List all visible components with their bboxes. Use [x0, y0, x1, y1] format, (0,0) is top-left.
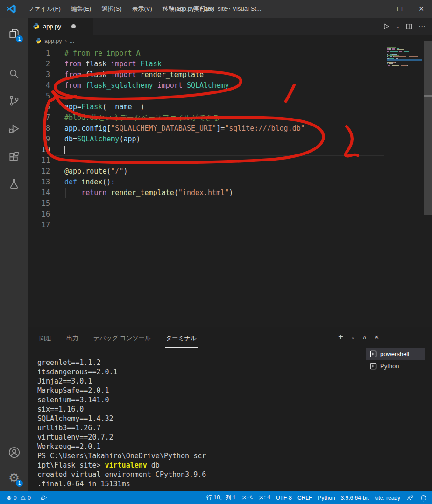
minimap[interactable] [387, 47, 422, 70]
settings-badge: 1 [15, 479, 23, 487]
terminal-line: SQLAlchemy==1.4.32 [37, 414, 206, 423]
breadcrumb-file[interactable]: app.py [44, 38, 62, 44]
python-file-icon [33, 23, 40, 30]
terminal-line: Werkzeug==2.0.1 [37, 442, 206, 451]
code-line-15 [64, 198, 305, 209]
terminal-line: PS C:\Users\Takahiro\OneDrive\Python scr [37, 451, 206, 461]
minimize-button[interactable]: ─ [368, 0, 389, 18]
terminal-line: created virtual environment CPython3.9.6 [37, 470, 206, 479]
code-line-2: from flask import Flask [64, 59, 305, 70]
menu-selection[interactable]: 選択(S) [96, 2, 127, 15]
menu-file[interactable]: ファイル(F) [23, 2, 66, 15]
line-number: 7 [28, 112, 50, 123]
activity-bar: 1 ⚙ [0, 18, 28, 491]
warning-count: 0 [28, 495, 31, 501]
status-bar: ⊗ 0 ⚠ 0 行 10、列 1 スペース: 4 UTF-8 CRLF Pyth… [0, 491, 432, 504]
maximize-panel-button[interactable]: ∧ [361, 333, 368, 341]
testing-icon[interactable] [0, 172, 28, 196]
terminal-output[interactable]: greenlet==1.1.2itsdangerous==2.0.1Jinja2… [37, 358, 206, 489]
more-actions-button[interactable]: ⋯ [417, 21, 427, 33]
panel-tab-debug-console[interactable]: デバッグ コンソール [92, 329, 152, 347]
error-count: 0 [14, 495, 17, 501]
tab-dirty-indicator[interactable] [71, 24, 76, 28]
code-line-1: # from re import A [64, 48, 305, 59]
run-dropdown-chevron-icon[interactable]: ⌄ [394, 21, 401, 33]
account-icon[interactable] [0, 440, 28, 464]
tab-app-py[interactable]: app.py [28, 18, 93, 35]
code-line-11 [64, 155, 305, 166]
code-line-6: app=Flask(__name__) [64, 102, 305, 112]
eol-status[interactable]: CRLF [295, 491, 315, 504]
line-number: 2 [28, 59, 50, 70]
run-debug-icon[interactable] [0, 117, 28, 141]
close-panel-button[interactable]: ✕ [373, 333, 381, 342]
breadcrumb-more[interactable]: ... [70, 38, 74, 44]
panel-tab-terminal[interactable]: ターミナル [165, 329, 198, 348]
explorer-badge: 1 [15, 35, 23, 43]
error-icon: ⊗ [7, 495, 12, 501]
terminal-line: selenium==3.141.0 [37, 395, 206, 405]
line-number: 6 [28, 102, 50, 112]
line-number: 4 [28, 80, 50, 91]
editor-scrollbar[interactable] [424, 41, 432, 215]
split-editor-button[interactable] [404, 21, 414, 33]
line-number: 13 [28, 177, 50, 188]
terminal-line: urllib3==1.26.7 [37, 423, 206, 433]
new-terminal-button[interactable]: + [337, 331, 345, 343]
kite-status[interactable]: kite: ready [372, 491, 403, 504]
terminal-dropdown-icon[interactable]: ⌄ [349, 333, 356, 341]
problems-status[interactable]: ⊗ 0 ⚠ 0 [4, 491, 34, 504]
scrollbar-cursor-marker [424, 95, 432, 97]
line-number: 16 [28, 209, 50, 220]
language-mode-status[interactable]: Python [315, 491, 338, 504]
notifications-bell-icon[interactable] [417, 491, 430, 504]
indent-guide [65, 188, 66, 198]
code-line-14: return render_template("index.html") [64, 188, 305, 198]
code-editor[interactable]: 1234567891011121314151617 # from re impo… [28, 47, 432, 327]
terminal-line: MarkupSafe==2.0.1 [37, 386, 206, 395]
search-icon[interactable] [0, 62, 28, 86]
tab-label: app.py [43, 23, 61, 30]
terminal-instance-python[interactable]: Python [366, 360, 425, 372]
menu-view[interactable]: 表示(V) [127, 2, 157, 15]
terminal-instance-list: powershellPython [366, 348, 425, 372]
extensions-icon[interactable] [0, 145, 28, 169]
code-line-13: def index(): [64, 177, 305, 188]
title-bar: ファイル(F) 編集(E) 選択(S) 表示(V) 移動(G) 実行(R) ⋯ … [0, 0, 432, 18]
line-number: 14 [28, 188, 50, 198]
line-number: 17 [28, 220, 50, 231]
warning-icon: ⚠ [21, 495, 26, 501]
explorer-icon[interactable]: 1 [0, 21, 28, 46]
menu-edit[interactable]: 編集(E) [66, 2, 96, 15]
source-control-icon[interactable] [0, 89, 28, 113]
panel-tab-problems[interactable]: 問題 [38, 329, 52, 347]
code-line-3: from flask import render_template [64, 70, 305, 80]
terminal-line: .final.0-64 in 15131ms [37, 479, 206, 489]
encoding-status[interactable]: UTF-8 [273, 491, 295, 504]
panel-tab-output[interactable]: 出力 [65, 329, 79, 347]
maximize-button[interactable]: ☐ [389, 0, 411, 18]
minimap-line [387, 69, 422, 70]
cursor-position-status[interactable]: 行 10、列 1 [204, 491, 239, 504]
chevron-right-icon: › [65, 37, 67, 44]
code-line-10 [64, 145, 305, 155]
terminal-line: Jinja2==3.0.1 [37, 377, 206, 386]
line-number: 3 [28, 70, 50, 80]
code-line-12: @app.route("/") [64, 166, 305, 177]
terminal-icon [370, 350, 377, 357]
terminal-icon [370, 363, 377, 370]
terminal-line: ipt\Flask_site> virtualenv db [37, 461, 206, 470]
code-line-9: db=SQLAlchemy(app) [64, 134, 305, 145]
feedback-icon[interactable] [403, 491, 417, 504]
code-line-8: app.config["SQLALCHEMY_DATABASE_URI"]="s… [64, 123, 305, 134]
close-button[interactable]: ✕ [411, 0, 432, 18]
terminal-instance-powershell[interactable]: powershell [366, 348, 425, 360]
breadcrumb: app.py › ... [28, 35, 432, 47]
run-python-file-button[interactable] [381, 21, 391, 33]
line-number: 9 [28, 134, 50, 145]
debug-status-button[interactable] [37, 491, 51, 504]
settings-gear-icon[interactable]: ⚙ 1 [0, 466, 28, 490]
python-interpreter-status[interactable]: 3.9.6 64-bit [338, 491, 372, 504]
indentation-status[interactable]: スペース: 4 [239, 491, 273, 504]
code-line-5 [64, 91, 305, 102]
